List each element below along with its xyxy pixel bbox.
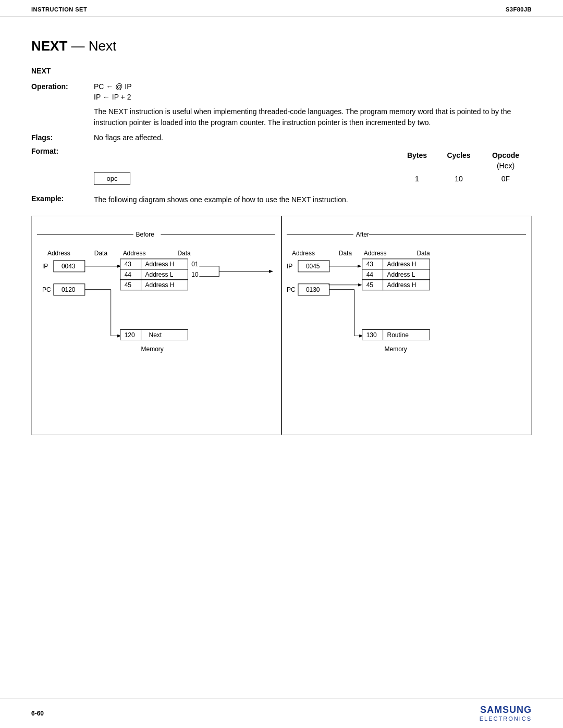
svg-text:44: 44: [366, 271, 374, 278]
opcode-value: 0F: [480, 175, 532, 183]
svg-text:Address H: Address H: [145, 281, 175, 289]
svg-text:IP: IP: [42, 263, 48, 270]
svg-text:45: 45: [366, 281, 374, 289]
opc-box: opc: [94, 172, 130, 185]
svg-text:Data: Data: [339, 250, 352, 257]
svg-text:0120: 0120: [62, 286, 76, 293]
page-header: INSTRUCTION SET S3F80JB: [0, 0, 563, 17]
svg-text:After: After: [356, 231, 369, 238]
header-right: S3F80JB: [506, 6, 532, 13]
opc-box-wrap: opc: [94, 172, 396, 185]
col-opcode-header: Opcode: [480, 151, 532, 159]
svg-text:0045: 0045: [306, 263, 320, 270]
svg-text:Address H: Address H: [387, 281, 417, 289]
svg-text:10: 10: [191, 271, 199, 278]
svg-text:Routine: Routine: [387, 331, 409, 339]
operation-description: The NEXT instruction is useful when impl…: [94, 106, 532, 128]
operation-label: Operation:: [31, 82, 94, 128]
format-label: Format:: [31, 147, 94, 185]
svg-text:43: 43: [125, 261, 132, 268]
operation-formula1: PC ← @ IP: [94, 82, 532, 91]
svg-rect-41: [141, 330, 188, 340]
section-name: NEXT: [31, 67, 532, 75]
operation-block: Operation: PC ← @ IP IP ← IP + 2 The NEX…: [31, 82, 532, 128]
operation-formula2: IP ← IP + 2: [94, 93, 532, 101]
flags-content: No flags are affected.: [94, 133, 163, 142]
svg-text:Address: Address: [292, 250, 315, 257]
svg-text:IP: IP: [287, 263, 292, 270]
example-content: The following diagram shows one example …: [94, 194, 532, 205]
svg-text:130: 130: [366, 331, 377, 339]
page-title: NEXT — Next: [31, 38, 532, 54]
title-thin: — Next: [67, 38, 116, 54]
samsung-logo: SAMSUNG ELECTRONICS: [480, 705, 532, 722]
cycles-value: 10: [438, 175, 480, 183]
svg-text:Data: Data: [94, 250, 108, 257]
svg-text:43: 43: [366, 261, 374, 268]
svg-text:Address L: Address L: [145, 271, 174, 278]
format-content: Bytes Cycles Opcode (Hex) opc: [94, 147, 532, 185]
svg-text:Address: Address: [47, 250, 70, 257]
svg-text:Data: Data: [177, 250, 191, 257]
svg-text:44: 44: [125, 271, 132, 278]
diagram: Before After Address Data IP 0043 PC: [31, 216, 532, 435]
svg-text:PC: PC: [42, 286, 51, 293]
col-cycles-header: Cycles: [438, 151, 480, 159]
svg-text:Address H: Address H: [145, 261, 175, 268]
svg-text:Memory: Memory: [385, 346, 407, 353]
svg-text:Address: Address: [364, 250, 387, 257]
example-block: Example: The following diagram shows one…: [31, 194, 532, 205]
flags-block: Flags: No flags are affected.: [31, 133, 532, 142]
electronics-label: ELECTRONICS: [480, 715, 532, 722]
svg-text:Next: Next: [149, 331, 162, 339]
svg-text:Address H: Address H: [387, 261, 417, 268]
page-footer: 6-60 SAMSUNG ELECTRONICS: [0, 698, 563, 728]
bytes-value: 1: [396, 175, 438, 183]
format-table: Bytes Cycles Opcode (Hex) opc: [94, 151, 532, 185]
page-number: 6-60: [31, 710, 44, 717]
page: INSTRUCTION SET S3F80JB NEXT — Next NEXT…: [0, 0, 563, 728]
title-bold: NEXT: [31, 38, 67, 54]
svg-text:Before: Before: [136, 231, 155, 238]
format-header-row: Bytes Cycles Opcode: [94, 151, 532, 159]
header-left: INSTRUCTION SET: [31, 6, 87, 13]
format-data-row: opc 1 10 0F: [94, 172, 532, 185]
col-bytes-header: Bytes: [396, 151, 438, 159]
svg-text:Address: Address: [123, 250, 146, 257]
operation-content: PC ← @ IP IP ← IP + 2 The NEXT instructi…: [94, 82, 532, 128]
svg-text:Data: Data: [417, 250, 430, 257]
svg-text:PC: PC: [287, 286, 296, 293]
svg-text:120: 120: [125, 331, 135, 339]
samsung-brand: SAMSUNG: [480, 705, 532, 715]
svg-text:0043: 0043: [62, 263, 76, 270]
main-content: NEXT — Next NEXT Operation: PC ← @ IP IP…: [0, 17, 563, 466]
format-subheader-row: (Hex): [94, 162, 532, 170]
svg-text:Address L: Address L: [387, 271, 415, 278]
flags-label: Flags:: [31, 133, 94, 142]
example-label: Example:: [31, 194, 94, 205]
svg-text:Memory: Memory: [141, 346, 164, 353]
diagram-svg: Before After Address Data IP 0043 PC: [32, 216, 531, 435]
format-block: Format: Bytes Cycles Opcode (: [31, 147, 532, 185]
svg-text:0130: 0130: [306, 286, 320, 293]
col-opcode-sub: (Hex): [480, 162, 532, 170]
svg-text:45: 45: [125, 281, 132, 289]
svg-text:01: 01: [191, 261, 199, 268]
